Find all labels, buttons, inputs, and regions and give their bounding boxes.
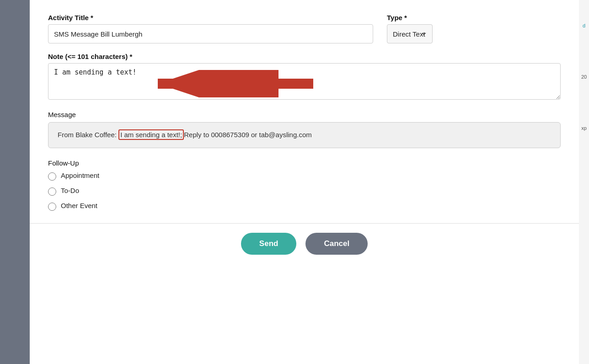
form-row-title-type: Activity Title * Type * Direct Text Phon… bbox=[48, 14, 561, 43]
radio-appointment: Appointment bbox=[48, 171, 561, 182]
message-suffix: Reply to 0008675309 or tab@aysling.com bbox=[184, 131, 312, 139]
right-hint-1: d bbox=[583, 23, 585, 28]
radio-appointment-label[interactable]: Appointment bbox=[61, 171, 99, 179]
activity-title-label: Activity Title * bbox=[48, 14, 373, 21]
message-highlighted-text: I am sending a text!; bbox=[118, 129, 184, 140]
button-row: Send Cancel bbox=[48, 233, 561, 259]
modal-divider bbox=[30, 223, 579, 224]
radio-appointment-input[interactable] bbox=[48, 172, 56, 181]
radio-other-event: Other Event bbox=[48, 202, 561, 212]
radio-todo: To-Do bbox=[48, 187, 561, 197]
message-label: Message bbox=[48, 111, 561, 118]
modal-container: Activity Title * Type * Direct Text Phon… bbox=[30, 0, 579, 364]
radio-todo-input[interactable] bbox=[48, 187, 56, 196]
activity-title-group: Activity Title * bbox=[48, 14, 373, 43]
followup-label: Follow-Up bbox=[48, 159, 561, 167]
note-input[interactable]: I am sending a text! bbox=[48, 63, 561, 100]
radio-other-event-input[interactable] bbox=[48, 203, 56, 211]
radio-todo-label[interactable]: To-Do bbox=[61, 187, 79, 194]
note-label: Note (<= 101 characters) * bbox=[48, 53, 561, 60]
followup-section: Follow-Up Appointment To-Do Other Event bbox=[48, 159, 561, 212]
right-panel: d 20 xp bbox=[579, 0, 589, 364]
type-select[interactable]: Direct Text Phone Call Email Meeting bbox=[387, 24, 433, 43]
type-group: Type * Direct Text Phone Call Email Meet… bbox=[387, 14, 561, 43]
message-box: From Blake Coffee: I am sending a text!;… bbox=[48, 122, 561, 148]
radio-other-event-label[interactable]: Other Event bbox=[61, 202, 97, 209]
send-button[interactable]: Send bbox=[241, 233, 297, 255]
activity-title-input[interactable] bbox=[48, 24, 373, 43]
type-select-wrapper: Direct Text Phone Call Email Meeting bbox=[387, 24, 561, 43]
message-section: Message From Blake Coffee: I am sending … bbox=[48, 111, 561, 148]
message-prefix: From Blake Coffee: bbox=[58, 131, 118, 139]
right-hint-2: 20 bbox=[581, 74, 587, 80]
note-section: Note (<= 101 characters) * I am sending … bbox=[48, 53, 561, 102]
right-hint-3: xp bbox=[581, 125, 587, 131]
type-label: Type * bbox=[387, 14, 561, 21]
cancel-button[interactable]: Cancel bbox=[305, 233, 368, 255]
